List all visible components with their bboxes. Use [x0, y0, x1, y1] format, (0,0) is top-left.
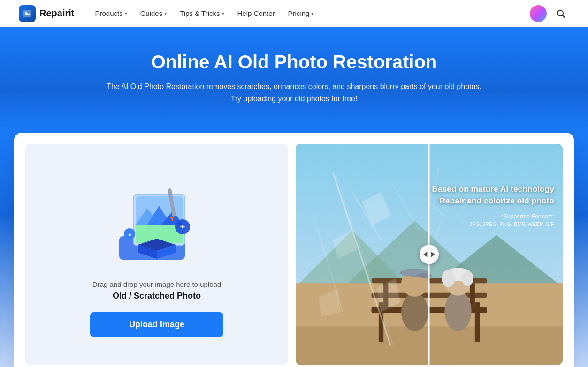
chevron-down-icon: ▾ — [125, 11, 127, 16]
svg-text:★: ★ — [128, 232, 132, 237]
svg-rect-33 — [475, 302, 480, 309]
drag-text: Drag and drop your image here to upload — [92, 280, 221, 288]
upload-illustration: ✦ ★ — [110, 175, 204, 269]
svg-text:JPG, JPEG, PNG, BMP, WEBP, GIF: JPG, JPEG, PNG, BMP, WEBP, GIF — [469, 221, 554, 227]
chevron-down-icon: ▾ — [222, 11, 224, 16]
upload-area[interactable]: ✦ ★ Drag and drop your image here to upl… — [25, 144, 288, 365]
svg-line-3 — [563, 15, 565, 17]
svg-point-46 — [462, 271, 473, 286]
logo-text: Repairit — [39, 8, 74, 19]
svg-point-57 — [420, 245, 439, 264]
upload-button[interactable]: Upload Image — [90, 312, 223, 337]
logo[interactable]: Repairit — [19, 5, 74, 22]
svg-point-45 — [442, 270, 455, 287]
svg-rect-31 — [475, 313, 480, 342]
nav-item-pricing[interactable]: Pricing ▾ — [283, 6, 320, 21]
svg-point-37 — [401, 293, 428, 331]
photo-type-text: Old / Scratched Photo — [113, 291, 201, 301]
nav-item-guides[interactable]: Guides ▾ — [135, 6, 173, 21]
nav-item-help-center[interactable]: Help Center — [232, 6, 281, 21]
svg-text:*Supported Formats:: *Supported Formats: — [501, 213, 554, 220]
nav-items: Products ▾ Guides ▾ Tips & Tricks ▾ Help… — [89, 6, 530, 21]
nav-right — [530, 5, 569, 22]
avatar[interactable] — [530, 5, 547, 22]
card-inner: ✦ ★ Drag and drop your image here to upl… — [25, 144, 563, 365]
search-icon — [556, 9, 565, 18]
illustration-svg: ✦ ★ — [110, 175, 204, 269]
nav-item-products[interactable]: Products ▾ — [89, 6, 132, 21]
svg-point-42 — [444, 291, 471, 331]
svg-text:Based on mature AI technology: Based on mature AI technology — [432, 185, 554, 194]
hero-section: Online AI Old Photo Restoration The AI O… — [0, 27, 588, 133]
chevron-down-icon: ▾ — [164, 11, 167, 16]
logo-icon — [19, 5, 36, 22]
preview-area: Based on mature AI technology Repair and… — [296, 144, 563, 365]
hero-subtitle: The AI Old Photo Restoration removes scr… — [107, 81, 482, 105]
svg-point-1 — [25, 12, 27, 14]
svg-text:Repair and colorize old photo: Repair and colorize old photo — [439, 196, 554, 205]
navbar: Repairit Products ▾ Guides ▾ Tips & Tric… — [0, 0, 588, 27]
hero-title: Online AI Old Photo Restoration — [19, 51, 569, 73]
svg-point-41 — [417, 273, 432, 278]
chevron-down-icon: ▾ — [311, 11, 313, 16]
main-card: ✦ ★ Drag and drop your image here to upl… — [14, 133, 574, 367]
svg-text:✦: ✦ — [180, 223, 185, 231]
nav-item-tips-tricks[interactable]: Tips & Tricks ▾ — [174, 6, 229, 21]
svg-rect-36 — [470, 283, 475, 307]
preview-scene: Based on mature AI technology Repair and… — [296, 144, 563, 365]
search-button[interactable] — [552, 5, 569, 22]
